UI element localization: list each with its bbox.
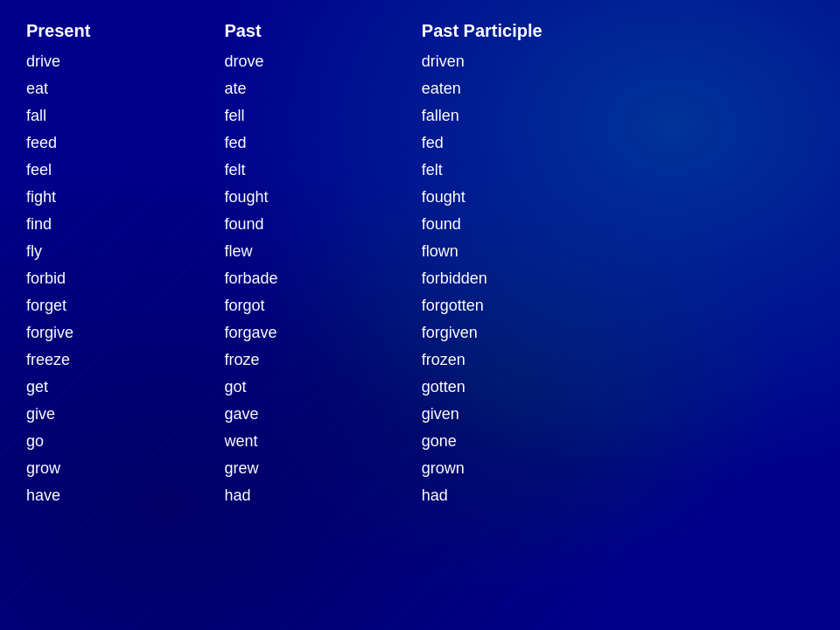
- cell-past: drove: [224, 48, 421, 75]
- table-row: getgotgotten: [26, 374, 814, 401]
- cell-present: forgive: [26, 319, 224, 346]
- cell-past-participle: frozen: [422, 346, 814, 374]
- cell-past: fought: [224, 184, 421, 211]
- cell-past: grew: [224, 455, 421, 482]
- cell-present: grow: [26, 455, 224, 482]
- table-row: forgetforgotforgotten: [26, 292, 814, 319]
- cell-past: got: [224, 374, 421, 401]
- table-row: drivedrovedriven: [26, 48, 814, 75]
- table-row: freezefrozefrozen: [26, 346, 814, 374]
- cell-present: forget: [26, 292, 224, 319]
- cell-past: froze: [224, 346, 421, 374]
- table-row: fallfellfallen: [26, 102, 814, 130]
- cell-past: forgot: [224, 292, 421, 319]
- table-row: growgrewgrown: [26, 455, 814, 482]
- cell-past-participle: found: [422, 211, 814, 238]
- table-row: havehadhad: [26, 482, 814, 509]
- table-row: gowentgone: [26, 428, 814, 455]
- header-past-participle: Past Participle: [422, 18, 814, 48]
- cell-past: went: [224, 428, 421, 455]
- header-row: Present Past Past Participle: [26, 18, 814, 48]
- cell-present: forbid: [26, 265, 224, 292]
- cell-past-participle: eaten: [422, 75, 814, 102]
- cell-past-participle: gotten: [422, 374, 814, 401]
- cell-past: had: [224, 482, 421, 509]
- cell-past-participle: forgotten: [422, 292, 814, 319]
- table-row: fightfoughtfought: [26, 184, 814, 211]
- table-row: forgiveforgaveforgiven: [26, 319, 814, 346]
- verb-table: Present Past Past Participle drivedroved…: [26, 18, 814, 509]
- table-row: forbidforbadeforbidden: [26, 265, 814, 292]
- cell-present: drive: [26, 48, 224, 75]
- cell-present: have: [26, 482, 224, 509]
- cell-present: get: [26, 374, 224, 401]
- table-row: eatateeaten: [26, 75, 814, 102]
- cell-past-participle: had: [422, 482, 814, 509]
- cell-past-participle: fought: [422, 184, 814, 211]
- cell-present: go: [26, 428, 224, 455]
- table-row: feelfeltfelt: [26, 157, 814, 184]
- cell-past: ate: [224, 75, 421, 102]
- cell-present: find: [26, 211, 224, 238]
- table-row: flyflewflown: [26, 238, 814, 265]
- cell-present: fight: [26, 184, 224, 211]
- header-present: Present: [26, 18, 224, 48]
- cell-present: eat: [26, 75, 224, 102]
- cell-past-participle: forgiven: [422, 319, 814, 346]
- cell-past: gave: [224, 401, 421, 428]
- cell-past-participle: driven: [422, 48, 814, 75]
- cell-past: felt: [224, 157, 421, 184]
- cell-past-participle: grown: [422, 455, 814, 482]
- cell-present: freeze: [26, 346, 224, 374]
- cell-past: fed: [224, 130, 421, 157]
- cell-past-participle: forbidden: [422, 265, 814, 292]
- cell-present: give: [26, 401, 224, 428]
- cell-past: found: [224, 211, 421, 238]
- header-past: Past: [224, 18, 421, 48]
- cell-past-participle: felt: [422, 157, 814, 184]
- cell-past: fell: [224, 102, 421, 130]
- cell-past-participle: given: [422, 401, 814, 428]
- cell-past: forgave: [224, 319, 421, 346]
- cell-present: feed: [26, 130, 224, 157]
- cell-present: feel: [26, 157, 224, 184]
- cell-past: flew: [224, 238, 421, 265]
- cell-past-participle: fallen: [422, 102, 814, 130]
- cell-past: forbade: [224, 265, 421, 292]
- cell-past-participle: fed: [422, 130, 814, 157]
- cell-present: fall: [26, 102, 224, 130]
- table-row: givegavegiven: [26, 401, 814, 428]
- main-container: Present Past Past Participle drivedroved…: [0, 0, 840, 527]
- cell-present: fly: [26, 238, 224, 265]
- table-row: findfoundfound: [26, 211, 814, 238]
- table-row: feedfedfed: [26, 130, 814, 157]
- cell-past-participle: flown: [422, 238, 814, 265]
- cell-past-participle: gone: [422, 428, 814, 455]
